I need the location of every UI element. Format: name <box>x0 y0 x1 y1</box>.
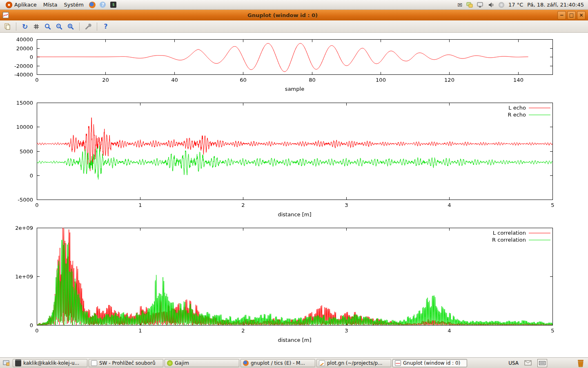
menu-places-label: Místa <box>43 2 58 8</box>
plot-2-canvas[interactable] <box>0 96 588 222</box>
plot-3-canvas[interactable] <box>0 222 588 348</box>
close-button[interactable]: × <box>577 11 586 20</box>
replot-icon: ↻ <box>22 22 28 31</box>
taskbar-status-area: USA <box>508 359 586 368</box>
magnifier-plus-icon <box>67 23 74 30</box>
keyboard-icon <box>539 361 546 365</box>
taskbar-item-gajim[interactable]: Gajim <box>165 359 239 367</box>
menu-system-label: Systém <box>64 2 83 8</box>
menu-system[interactable]: Systém <box>60 0 87 10</box>
toolbar-separator <box>97 22 97 31</box>
help-icon: ? <box>100 2 106 8</box>
copy-icon <box>4 23 11 30</box>
taskbar-item-label: gnuplot / tics (E) - M... <box>251 360 305 366</box>
ubuntu-logo-icon <box>6 2 12 8</box>
terminal-icon <box>15 359 21 366</box>
grid-icon <box>33 23 40 30</box>
maximize-button[interactable]: □ <box>567 11 576 20</box>
menu-places[interactable]: Místa <box>40 0 61 10</box>
configure-button[interactable] <box>83 22 93 31</box>
taskbar-item-label: plot.gn (~/projects/p... <box>327 360 383 366</box>
taskbar-item-label: SW - Prohlížeč souborů <box>99 360 156 366</box>
taskbar-item-gnuplot[interactable]: Gnuplot (window id : 0) <box>392 359 467 367</box>
desktop: Aplikace Místa Systém ? $ ✉ <box>0 0 588 368</box>
keyboard-indicator[interactable] <box>537 359 547 367</box>
firefox-icon <box>243 360 249 366</box>
toolbar-separator <box>16 22 16 31</box>
file-manager-icon <box>91 360 97 366</box>
taskbar: kaklik@kaklik-kolej-u... SW - Prohlížeč … <box>0 357 588 368</box>
help-button[interactable]: ? <box>101 22 111 31</box>
toolbar-separator <box>79 22 80 31</box>
taskbar-item-label: Gnuplot (window id : 0) <box>403 360 460 366</box>
show-desktop-icon <box>3 360 9 366</box>
clock-label[interactable]: Pá, 18. září, 21:40:45 <box>527 2 584 8</box>
window-title: Gnuplot (window id : 0) <box>9 12 556 18</box>
mail-icon[interactable] <box>524 360 532 366</box>
terminal-launcher[interactable]: $ <box>110 1 117 9</box>
gnuplot-window-icon <box>2 12 9 18</box>
minimize-icon: − <box>559 13 564 18</box>
window-toolbar: ↻ <box>0 20 588 33</box>
trash-icon[interactable] <box>577 359 585 368</box>
maximize-icon: □ <box>569 13 574 18</box>
menu-applications-label: Aplikace <box>14 2 37 8</box>
zoom-next-button[interactable] <box>66 22 76 31</box>
taskbar-item-file-browser[interactable]: SW - Prohlížeč souborů <box>89 359 163 367</box>
top-panel: Aplikace Místa Systém ? $ ✉ <box>0 0 588 10</box>
taskbar-item-label: kaklik@kaklik-kolej-u... <box>23 360 79 366</box>
volume-icon[interactable] <box>488 2 494 8</box>
gnuplot-icon <box>395 360 401 366</box>
show-desktop-button[interactable] <box>2 359 11 367</box>
temperature-label[interactable]: 17 °C <box>508 2 523 8</box>
wrench-icon <box>85 23 92 30</box>
copy-to-clipboard-button[interactable] <box>2 22 12 31</box>
taskbar-item-editor[interactable]: plot.gn (~/projects/p... <box>316 359 391 367</box>
display-icon[interactable] <box>477 2 484 8</box>
software-update-icon[interactable] <box>466 2 473 8</box>
help-question-icon: ? <box>104 22 107 30</box>
mail-notification-icon[interactable]: ✉ <box>457 2 462 8</box>
close-icon: × <box>579 13 583 18</box>
minimize-button[interactable]: − <box>557 11 566 20</box>
plot-area <box>0 33 588 357</box>
panel-status-area: ✉ 17 °C Pá, 18. září, 21:40:45 <box>457 2 586 8</box>
gajim-icon <box>167 360 173 366</box>
text-editor-icon <box>319 360 325 366</box>
terminal-icon: $ <box>110 2 116 8</box>
toggle-grid-button[interactable] <box>31 22 41 31</box>
window-titlebar[interactable]: Gnuplot (window id : 0) − □ × <box>0 10 588 20</box>
replot-button[interactable]: ↻ <box>20 22 30 31</box>
magnifier-icon <box>44 23 51 30</box>
firefox-launcher[interactable] <box>89 1 96 9</box>
taskbar-item-terminal[interactable]: kaklik@kaklik-kolej-u... <box>13 359 87 367</box>
keyboard-layout-indicator[interactable]: USA <box>508 360 519 366</box>
taskbar-item-browser[interactable]: gnuplot / tics (E) - M... <box>241 359 315 367</box>
weather-icon[interactable] <box>499 2 504 8</box>
firefox-icon <box>89 2 96 8</box>
taskbar-item-label: Gajim <box>175 360 189 366</box>
zoom-button[interactable] <box>43 22 53 31</box>
help-launcher[interactable]: ? <box>99 1 107 9</box>
zoom-previous-button[interactable] <box>54 22 64 31</box>
magnifier-minus-icon <box>56 23 63 30</box>
plot-1-canvas[interactable] <box>0 34 588 96</box>
menu-applications[interactable]: Aplikace <box>2 0 40 10</box>
